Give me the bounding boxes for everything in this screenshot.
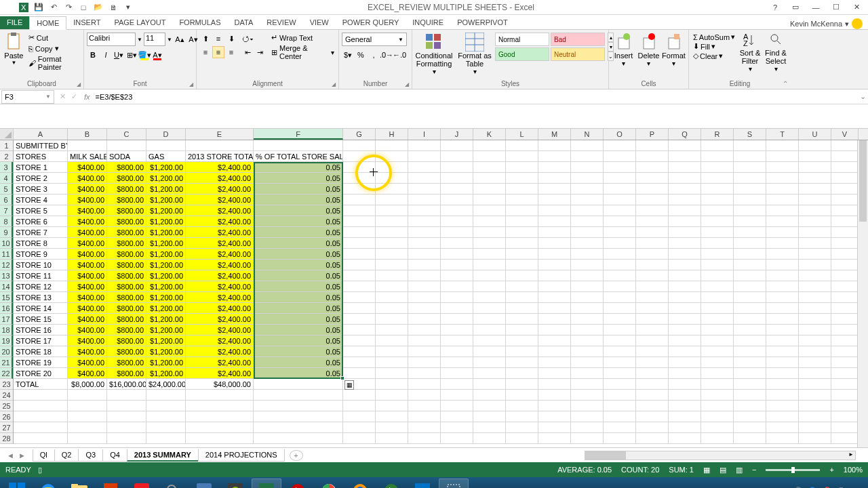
underline-button[interactable]: U▾ <box>113 49 125 61</box>
cell-E8[interactable]: $2,400.00 <box>186 216 254 227</box>
cell-G4[interactable] <box>343 173 376 184</box>
cell-E6[interactable]: $2,400.00 <box>186 195 254 205</box>
col-header-O[interactable]: O <box>604 129 636 140</box>
cell-K1[interactable] <box>473 140 506 151</box>
cell-B25[interactable] <box>68 401 107 411</box>
delete-cells-button[interactable]: Delete▾ <box>637 33 660 67</box>
cell-I11[interactable] <box>408 249 441 260</box>
cell-S2[interactable] <box>734 151 766 162</box>
sheet-nav-last-icon[interactable]: ► <box>18 451 26 460</box>
sheet-tab-q2[interactable]: Q2 <box>54 449 79 462</box>
cell-Q16[interactable] <box>669 303 701 314</box>
cell-F6[interactable]: 0.05 <box>254 195 343 205</box>
cell-P4[interactable] <box>636 173 669 184</box>
cell-N7[interactable] <box>571 205 604 216</box>
cell-U17[interactable] <box>799 314 831 325</box>
minimize-icon[interactable]: — <box>810 3 822 12</box>
taskbar-chrome-icon[interactable] <box>314 479 344 488</box>
taskbar-outlook-icon[interactable]: O <box>408 479 437 488</box>
cell-T24[interactable] <box>766 390 799 401</box>
cell-T2[interactable] <box>766 151 799 162</box>
cell-H25[interactable] <box>376 401 408 411</box>
cell-V13[interactable] <box>831 270 859 281</box>
cell-R21[interactable] <box>701 357 734 368</box>
row-header-23[interactable]: 23 <box>0 379 13 390</box>
cell-V28[interactable] <box>831 433 859 444</box>
cell-R3[interactable] <box>701 162 734 173</box>
cell-O11[interactable] <box>604 249 636 260</box>
cell-V19[interactable] <box>831 336 859 346</box>
cell-C19[interactable]: $800.00 <box>107 336 146 346</box>
cell-O28[interactable] <box>604 433 636 444</box>
cell-D28[interactable] <box>146 433 186 444</box>
horizontal-scrollbar[interactable]: ◄► <box>585 451 856 460</box>
cell-G12[interactable] <box>343 260 376 270</box>
cell-H1[interactable] <box>376 140 408 151</box>
cell-N9[interactable] <box>571 227 604 238</box>
cell-K2[interactable] <box>473 151 506 162</box>
cell-E13[interactable]: $2,400.00 <box>186 270 254 281</box>
cell-U15[interactable] <box>799 292 831 303</box>
sheet-tab-q4[interactable]: Q4 <box>102 449 127 462</box>
tab-powerpivot[interactable]: POWERPIVOT <box>450 16 515 29</box>
cell-T19[interactable] <box>766 336 799 346</box>
align-bottom-icon[interactable]: ⬇ <box>225 33 237 45</box>
cell-V22[interactable] <box>831 368 859 379</box>
cell-J25[interactable] <box>441 401 473 411</box>
cell-S24[interactable] <box>734 390 766 401</box>
cell-Q24[interactable] <box>669 390 701 401</box>
cell-G22[interactable] <box>343 368 376 379</box>
cell-O16[interactable] <box>604 303 636 314</box>
cell-S22[interactable] <box>734 368 766 379</box>
cell-T23[interactable] <box>766 379 799 390</box>
cell-L4[interactable] <box>506 173 538 184</box>
cell-K17[interactable] <box>473 314 506 325</box>
cut-button[interactable]: ✂Cut <box>26 33 81 43</box>
cell-F28[interactable] <box>254 433 343 444</box>
cell-S12[interactable] <box>734 260 766 270</box>
cell-N4[interactable] <box>571 173 604 184</box>
cell-Q23[interactable] <box>669 379 701 390</box>
cell-A22[interactable]: STORE 20 <box>14 368 68 379</box>
cell-C9[interactable]: $800.00 <box>107 227 146 238</box>
cell-D18[interactable]: $1,200.00 <box>146 325 186 336</box>
style-neutral[interactable]: Neutral <box>551 47 605 61</box>
font-name-select[interactable]: Calibri <box>87 33 136 46</box>
cell-F10[interactable]: 0.05 <box>254 238 343 249</box>
cell-P20[interactable] <box>636 346 669 357</box>
cell-T12[interactable] <box>766 260 799 270</box>
grow-font-icon[interactable]: A▴ <box>174 33 186 45</box>
row-header-12[interactable]: 12 <box>0 260 13 270</box>
cell-G9[interactable] <box>343 227 376 238</box>
row-header-21[interactable]: 21 <box>0 357 13 368</box>
cell-R23[interactable] <box>701 379 734 390</box>
cell-V18[interactable] <box>831 325 859 336</box>
cell-C6[interactable]: $800.00 <box>107 195 146 205</box>
cell-J9[interactable] <box>441 227 473 238</box>
cell-J3[interactable] <box>441 162 473 173</box>
cell-J13[interactable] <box>441 270 473 281</box>
cell-J16[interactable] <box>441 303 473 314</box>
col-header-V[interactable]: V <box>831 129 859 140</box>
cell-P12[interactable] <box>636 260 669 270</box>
cell-K23[interactable] <box>473 379 506 390</box>
cell-R28[interactable] <box>701 433 734 444</box>
cell-S9[interactable] <box>734 227 766 238</box>
cell-H21[interactable] <box>376 357 408 368</box>
cell-S20[interactable] <box>734 346 766 357</box>
cell-N26[interactable] <box>571 411 604 422</box>
cell-L19[interactable] <box>506 336 538 346</box>
cell-L23[interactable] <box>506 379 538 390</box>
cell-J24[interactable] <box>441 390 473 401</box>
enter-formula-icon[interactable]: ✓ <box>71 92 77 101</box>
start-button[interactable] <box>2 479 32 488</box>
cell-M13[interactable] <box>538 270 571 281</box>
cell-A8[interactable]: STORE 6 <box>14 216 68 227</box>
cell-T18[interactable] <box>766 325 799 336</box>
cell-L28[interactable] <box>506 433 538 444</box>
cell-R13[interactable] <box>701 270 734 281</box>
cell-R5[interactable] <box>701 184 734 195</box>
cell-F25[interactable] <box>254 401 343 411</box>
tab-review[interactable]: REVIEW <box>260 16 302 29</box>
paste-button[interactable]: Paste▼ <box>3 33 25 75</box>
